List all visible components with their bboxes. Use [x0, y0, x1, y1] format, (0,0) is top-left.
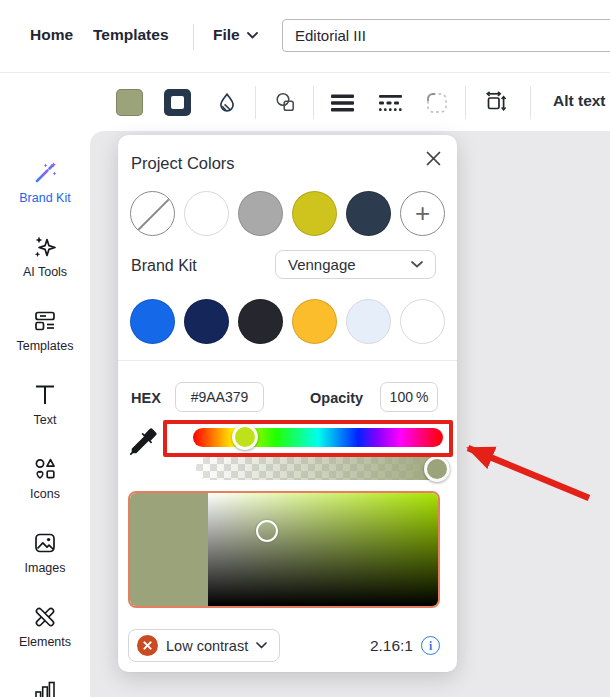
opacity-label: Opacity [310, 390, 363, 406]
panel-title: Project Colors [131, 154, 235, 173]
toolbar-divider [255, 86, 256, 119]
format-toolbar: Alt text [0, 74, 610, 131]
opacity-value: 100 [390, 389, 413, 405]
swatch-gray[interactable] [238, 191, 283, 236]
sidebar-item-templates[interactable]: Templates [0, 304, 90, 366]
plus-icon: + [415, 198, 430, 229]
opacity-slider-thumb[interactable] [424, 456, 450, 482]
magic-wand-icon [32, 160, 58, 186]
border-style-button[interactable] [377, 89, 404, 116]
sidebar-item-brand-kit[interactable]: Brand Kit [0, 156, 90, 218]
brand-swatch-amber[interactable] [292, 299, 337, 344]
chevron-down-icon [247, 32, 258, 39]
sidebar-item-label: Templates [17, 338, 74, 354]
opacity-slider[interactable] [196, 457, 450, 480]
project-colors-row: + [130, 191, 445, 237]
venngage-editor: { "navbar": { "home_label": "Home", "tem… [0, 0, 610, 697]
brand-kit-selected: Venngage [288, 256, 356, 273]
layout-icon [32, 308, 58, 334]
eyedropper-icon [130, 428, 157, 455]
sidebar-item-elements[interactable]: Elements [0, 600, 90, 662]
nav-divider [193, 24, 194, 50]
contrast-row: Low contrast 2.16:1 i [128, 629, 443, 662]
contrast-status-label: Low contrast [166, 638, 248, 654]
document-title-input[interactable] [282, 19, 610, 52]
error-x-icon [137, 635, 158, 656]
sparkles-icon [32, 234, 58, 260]
top-navbar: Home Templates File [0, 0, 610, 73]
color-drop-button[interactable] [213, 89, 240, 116]
hue-slider[interactable] [193, 428, 443, 447]
left-sidebar: Brand Kit AI Tools Templates Text Icons … [0, 74, 90, 697]
swatch-navy[interactable] [346, 191, 391, 236]
swatch-no-color[interactable] [130, 191, 175, 236]
text-icon [32, 382, 58, 408]
bar-chart-icon [32, 678, 58, 697]
nav-home[interactable]: Home [30, 26, 73, 44]
resize-button[interactable] [483, 89, 510, 116]
fill-color-swatch[interactable] [116, 89, 143, 116]
toolbar-divider [465, 86, 466, 119]
close-icon[interactable] [423, 148, 443, 168]
corner-radius-button[interactable] [423, 89, 450, 116]
opacity-slider-gradient [196, 457, 450, 480]
shapes-icon [32, 456, 58, 482]
contrast-status-button[interactable]: Low contrast [128, 629, 280, 662]
panel-divider [118, 360, 457, 361]
brand-kit-label: Brand Kit [131, 257, 197, 275]
shapes-overlap-button[interactable] [272, 89, 299, 116]
sidebar-item-label: AI Tools [23, 264, 67, 280]
swatch-yellow[interactable] [292, 191, 337, 236]
add-color-button[interactable]: + [400, 191, 445, 236]
current-color-preview[interactable] [130, 493, 208, 606]
hex-input[interactable] [175, 382, 264, 412]
sidebar-item-images[interactable]: Images [0, 526, 90, 588]
brand-swatch-navy[interactable] [184, 299, 229, 344]
border-weight-icon [330, 92, 355, 114]
opacity-input[interactable]: 100 % [380, 382, 438, 412]
resize-icon [484, 90, 510, 116]
sidebar-item-ai-tools[interactable]: AI Tools [0, 230, 90, 292]
border-swatch-inner [171, 96, 184, 109]
sidebar-item-text[interactable]: Text [0, 378, 90, 440]
nav-templates[interactable]: Templates [93, 26, 169, 44]
contrast-ratio-group: 2.16:1 i [370, 636, 443, 655]
file-menu-label: File [213, 26, 240, 44]
sidebar-item-label: Brand Kit [19, 190, 70, 206]
toolbar-divider [530, 86, 531, 119]
brand-swatch-white[interactable] [400, 299, 445, 344]
saturation-picker [128, 491, 440, 608]
opacity-unit: % [416, 389, 428, 405]
sidebar-item-label: Text [34, 412, 57, 428]
brand-kit-dropdown[interactable]: Venngage [275, 250, 436, 279]
sidebar-item-charts[interactable] [0, 674, 90, 697]
hue-slider-thumb[interactable] [232, 424, 258, 450]
chevron-down-icon [411, 261, 423, 268]
saturation-gradient[interactable] [208, 493, 438, 606]
brand-swatch-paleblue[interactable] [346, 299, 391, 344]
sidebar-item-label: Images [25, 560, 66, 576]
border-style-icon [378, 92, 403, 114]
eyedropper-button[interactable] [127, 425, 159, 457]
overlap-shapes-icon [273, 90, 298, 115]
hex-label: HEX [131, 390, 161, 406]
crossed-tools-icon [32, 604, 58, 630]
toolbar-divider [313, 86, 314, 119]
brand-swatch-blue[interactable] [130, 299, 175, 344]
sidebar-item-label: Elements [19, 634, 71, 650]
droplet-icon [215, 91, 239, 115]
border-weight-button[interactable] [329, 89, 356, 116]
image-icon [32, 530, 58, 556]
chevron-down-icon [256, 642, 267, 649]
saturation-cursor[interactable] [256, 520, 278, 542]
sidebar-item-icons[interactable]: Icons [0, 452, 90, 514]
alt-text-button[interactable]: Alt text [553, 92, 606, 110]
corner-radius-icon [424, 90, 450, 116]
swatch-white[interactable] [184, 191, 229, 236]
border-color-swatch[interactable] [164, 89, 191, 116]
brand-colors-row [130, 299, 445, 345]
brand-swatch-black[interactable] [238, 299, 283, 344]
info-icon[interactable]: i [421, 636, 440, 655]
file-menu[interactable]: File [213, 26, 258, 44]
contrast-ratio: 2.16:1 [370, 637, 413, 655]
